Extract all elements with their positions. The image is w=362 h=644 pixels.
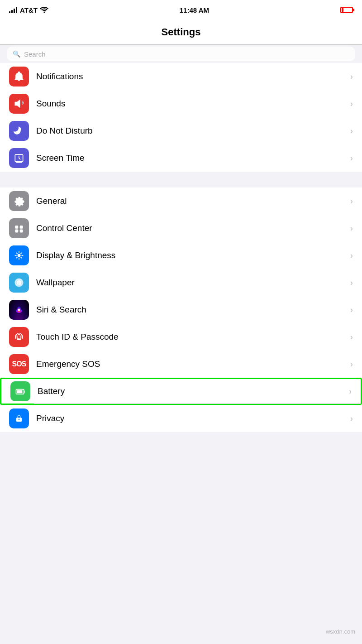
svg-point-5: [18, 254, 21, 257]
screen-time-chevron: ›: [350, 154, 353, 163]
section-divider-1: [0, 172, 362, 187]
settings-group-1: Notifications › Sounds › Do Not Disturb …: [0, 63, 362, 172]
display-brightness-icon: [9, 245, 29, 265]
settings-group-2: General › Control Center › Display & Bri…: [0, 187, 362, 432]
do-not-disturb-label: Do Not Disturb: [36, 126, 347, 136]
watermark: wsxdn.com: [326, 628, 355, 635]
battery-fill: [342, 8, 343, 12]
svg-point-9: [18, 308, 20, 311]
do-not-disturb-chevron: ›: [350, 126, 353, 136]
svg-rect-3: [15, 230, 18, 233]
search-bar[interactable]: 🔍 Search: [7, 47, 355, 61]
settings-item-wallpaper[interactable]: Wallpaper ›: [0, 269, 362, 296]
battery-status-icon: [340, 7, 353, 13]
settings-item-display-brightness[interactable]: Display & Brightness ›: [0, 242, 362, 269]
status-bar: AT&T 11:48 AM: [0, 0, 362, 20]
privacy-label: Privacy: [36, 413, 347, 423]
siri-search-chevron: ›: [350, 305, 353, 315]
carrier-label: AT&T: [20, 6, 38, 14]
touch-id-chevron: ›: [350, 332, 353, 342]
settings-item-battery[interactable]: Battery ›: [0, 378, 362, 405]
battery-chevron: ›: [349, 387, 352, 396]
sounds-icon: [9, 94, 29, 114]
settings-item-general[interactable]: General ›: [0, 187, 362, 215]
wallpaper-icon: [9, 273, 29, 293]
emergency-sos-chevron: ›: [350, 360, 353, 369]
search-placeholder: Search: [24, 50, 46, 58]
siri-search-label: Siri & Search: [36, 305, 347, 315]
settings-item-control-center[interactable]: Control Center ›: [0, 215, 362, 242]
page-header: Settings: [0, 20, 362, 45]
page-title: Settings: [162, 26, 201, 38]
wallpaper-label: Wallpaper: [36, 278, 347, 288]
wifi-icon: [40, 6, 48, 14]
settings-item-do-not-disturb[interactable]: Do Not Disturb ›: [0, 117, 362, 144]
status-right: [340, 7, 353, 13]
sounds-label: Sounds: [36, 99, 347, 109]
emergency-sos-icon: SOS: [9, 354, 29, 374]
settings-item-siri-search[interactable]: Siri & Search ›: [0, 296, 362, 323]
general-label: General: [36, 196, 347, 206]
screen-time-icon: [9, 148, 29, 168]
general-icon: [9, 191, 29, 211]
notifications-icon: [9, 67, 29, 87]
notifications-label: Notifications: [36, 72, 347, 82]
status-time: 11:48 AM: [180, 6, 209, 14]
control-center-chevron: ›: [350, 224, 353, 233]
battery-label: Battery: [38, 386, 345, 396]
touch-id-icon: [9, 327, 29, 347]
svg-rect-4: [20, 230, 23, 233]
settings-item-touch-id[interactable]: Touch ID & Passcode ›: [0, 323, 362, 351]
svg-rect-2: [20, 226, 23, 229]
svg-rect-1: [15, 226, 18, 229]
control-center-icon: [9, 218, 29, 238]
display-brightness-chevron: ›: [350, 251, 353, 260]
settings-item-screen-time[interactable]: Screen Time ›: [0, 144, 362, 172]
general-chevron: ›: [350, 197, 353, 206]
control-center-label: Control Center: [36, 223, 347, 233]
do-not-disturb-icon: [9, 121, 29, 141]
screen-time-label: Screen Time: [36, 153, 347, 163]
settings-item-emergency-sos[interactable]: SOS Emergency SOS ›: [0, 351, 362, 378]
emergency-sos-label: Emergency SOS: [36, 359, 347, 369]
privacy-icon: [9, 409, 29, 428]
notifications-chevron: ›: [350, 72, 353, 82]
siri-search-icon: [9, 300, 29, 320]
privacy-chevron: ›: [350, 414, 353, 423]
wallpaper-chevron: ›: [350, 278, 353, 288]
touch-id-label: Touch ID & Passcode: [36, 332, 347, 342]
search-icon: 🔍: [13, 50, 20, 58]
signal-bars-icon: [9, 7, 17, 13]
sos-text: SOS: [12, 360, 26, 368]
settings-item-privacy[interactable]: Privacy ›: [0, 405, 362, 432]
sounds-chevron: ›: [350, 99, 353, 109]
status-left: AT&T: [9, 6, 48, 14]
settings-item-sounds[interactable]: Sounds ›: [0, 90, 362, 117]
svg-rect-11: [17, 390, 22, 393]
battery-icon: [10, 381, 30, 401]
display-brightness-label: Display & Brightness: [36, 250, 347, 260]
settings-item-notifications[interactable]: Notifications ›: [0, 63, 362, 90]
